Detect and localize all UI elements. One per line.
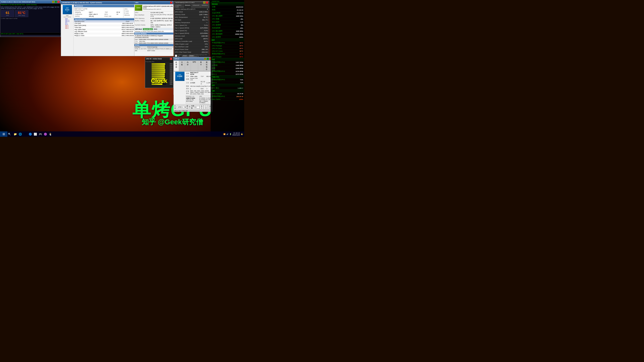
active-clock-header: Freq Ratio Bus: [145, 60, 173, 63]
cpuz2-tab-processor[interactable]: 处理器: [174, 60, 179, 71]
cpu2-name: Intel Core i7 12700: [190, 72, 200, 75]
cpuz2-tab-memory[interactable]: 内存: [185, 60, 190, 71]
taskbar-store[interactable]: ⬡: [23, 132, 28, 136]
active-clock-panel: CPU #0 - Active Clock ✕ Freq Ratio Bus 4…: [145, 57, 174, 88]
reset-button[interactable]: Reset: [182, 55, 188, 57]
date-display: 2022/1/23: [232, 134, 240, 136]
sensor-mem-ctrl-load: Memory Controller Load 94 %: [174, 40, 209, 43]
clock-bar-0: 4589: [145, 63, 173, 65]
cpuz-logo-area: intel Core i7 Intel Core i7-12700 MMX SS…: [61, 4, 74, 56]
furmark-panel: FurMark v1.25.1.0 - Burn-in test: 3840x2…: [0, 0, 61, 37]
hwinfo-time-row: 时间 21:16:13: [211, 8, 244, 11]
nvidia-card-name: NVIDIA GeForce RTX 3070 Ti (GA104-400 LH…: [143, 5, 173, 8]
active-clock-title: CPU #0 - Active Clock: [146, 58, 162, 60]
cpuz2-tab-motherboard[interactable]: 主板: [179, 60, 185, 71]
tpuz-tab-bar: Graphics Card Sensors Advanced Validatio…: [174, 4, 209, 8]
active-clock-close[interactable]: ✕: [170, 58, 172, 60]
taskbar-file-explorer[interactable]: 📁: [13, 132, 18, 136]
cpuz2-tab-bench[interactable]: 测试项目: [204, 60, 209, 71]
hwinfo-title: HWiNFO64: [212, 0, 219, 2]
cpuz2-maximize[interactable]: □: [206, 58, 209, 60]
hwinfo-pkg-temp-row: CPU Package 63°C: [211, 44, 244, 47]
hwinfo-panel: HWiNFO64 系统信息 日期 2022/1/23 时间 21:16:13 已…: [211, 0, 244, 137]
furmark-close[interactable]: ✕: [57, 1, 60, 3]
cpuz2-tab-spd[interactable]: SPD: [191, 60, 198, 71]
hwinfo-gpu2-fan-row: GPU 2 2273 RPM: [211, 73, 244, 76]
taskbar-mail[interactable]: 🔵: [28, 132, 33, 136]
clock-bar-2: 4489: [145, 67, 173, 69]
cpu2-clock: 4588.70 MHz: [186, 97, 199, 99]
cpu2-spec: 12th Gen Intel(R) Core(TM) i7-12700: [190, 85, 212, 87]
start-button[interactable]: ⊞: [0, 131, 8, 137]
sensor-board-power: Board Power Draw 288.1 W: [174, 48, 209, 51]
nvidia-panel-title: GPU: [135, 2, 138, 3]
clock-bar-6: 4489: [145, 75, 173, 77]
cpu2-clock-section: 时钟(核心 #0) 4588.70 MHz x46.0 (4~46) 99.76…: [186, 95, 212, 104]
taskbar-edge[interactable]: 🌐: [18, 132, 23, 136]
taskbar-app7[interactable]: 🟣: [43, 132, 48, 136]
sensor-memory-clock: Memory Clock 1187.7 MHz: [174, 13, 209, 16]
sensor-gpu-temp: GPU Temperature 81 °C: [174, 16, 209, 18]
nvidia-close[interactable]: ✕: [170, 1, 172, 4]
close-button[interactable]: Close: [188, 55, 194, 57]
active-clock-title-bar: CPU #0 - Active Clock ✕: [145, 57, 173, 60]
furmark-window-controls[interactable]: _ □ ✕: [52, 1, 60, 3]
cpuz2-left: intel CORE i7: [174, 72, 186, 104]
hwinfo-cpu-temp-row: 中央处理器(CPU) 63°C: [211, 41, 244, 44]
cpuz2-tab-bar: 处理器 主板 内存 SPD 显卡 测试项目 关于: [174, 60, 213, 71]
log-to-file-label: Log to file: [175, 54, 182, 57]
hwinfo-fan2-row: #2 机箱 1348 RPM: [211, 64, 244, 67]
cpu2-validate[interactable]: 验证: [200, 105, 204, 109]
cpuz2-title-bar: CPU-Z _ □ ✕: [174, 57, 213, 60]
cpuz2-tab-gpu[interactable]: 显卡: [198, 60, 204, 71]
furmark-content: CPU: NVIDIA GeForce RTX 3070 Ti - core: …: [0, 6, 61, 32]
taskbar-game[interactable]: 🎮: [38, 132, 43, 136]
sensor-gpu-clock: GPU Clock 1635.6 MHz: [174, 10, 209, 13]
tpuz-tab-sensors[interactable]: Sensors: [184, 4, 192, 8]
hwinfo-fan1-row: 中央处理器(CPU) 1297 RPM: [211, 61, 244, 64]
sensor-chip-power: GPU Chip Power Draw 203.6 W: [174, 51, 209, 53]
tpuz-minimize[interactable]: _: [203, 1, 206, 4]
cpuz2-minimize[interactable]: _: [204, 58, 206, 60]
furmark-status: GPU 5: 81°C (min: 30°C - max: 81°C): [0, 32, 61, 35]
cpu2-core-selector[interactable]: 处理器 #1: [176, 106, 187, 108]
os-info: Windows 11 Home China (x64) Build 22000.…: [134, 30, 174, 32]
hwinfo-voltage-section: 电压: [211, 84, 244, 87]
cpu-label: CPU: [124, 8, 135, 10]
hwinfo-cpu-mult-row: CPU 倍频 45x: [211, 17, 244, 21]
tpuz-tab-graphics[interactable]: Graphics Card: [174, 4, 184, 8]
sensor-fan2-rpm: Fan 2 Speed (RPM) 2274 RPM: [174, 32, 209, 35]
nvidia-header: NVIDIA NVIDIA GeForce RTX 3070 Ti (GA104…: [134, 4, 174, 11]
tpuz-tab-validation[interactable]: Validation: [200, 4, 209, 8]
hwinfo-gpu2-duty-row: GPU 2 71%: [211, 81, 244, 84]
battery-icon: 🔋: [230, 133, 232, 135]
taskbar-clock: 21:16:13 2022/1/23: [232, 132, 240, 136]
tpuz-tab-advanced[interactable]: Advanced: [192, 4, 200, 8]
notification-icon: 🔔: [241, 133, 243, 135]
hwinfo-cpu-volt-row: CPU 核心 1.184 V: [211, 87, 244, 90]
furmark-maximize[interactable]: □: [55, 1, 57, 3]
taskbar-app8[interactable]: 🐧: [48, 132, 53, 136]
cpuz2-panel: CPU-Z _ □ ✕ 处理器 主板 内存 SPD 显卡 测试项目 关于 int…: [174, 57, 213, 95]
taskbar-search[interactable]: 🔍: [8, 133, 12, 135]
sensor-bus-interface: Bus Interface Load 0 %: [174, 45, 209, 48]
hwinfo-cpu-freq-row: CPU 核心频率 4489 MHz: [211, 14, 244, 17]
clock-big-label: Clock: [151, 77, 167, 84]
drives-header: Drives: [134, 44, 174, 46]
cpu2-core-count[interactable]: [195, 106, 200, 108]
hwinfo-hotspot-row: GPU Hotspot 93°C: [211, 55, 244, 58]
furmark-minimize[interactable]: _: [52, 1, 54, 3]
intel-logo-2: intel CORE i7: [175, 72, 184, 81]
intel-logo: intel Core i7: [63, 5, 72, 14]
tpuz-close[interactable]: ✕: [206, 1, 208, 4]
hwinfo-gt-temp-row: CPU GT Cores 50°C: [211, 50, 244, 52]
log-to-file-checkbox[interactable]: [175, 55, 177, 57]
hwinfo-power-section: 功率: [211, 90, 244, 92]
cpu2-bus: 99.76 MHz: [186, 100, 199, 102]
taskbar-app5[interactable]: ⬜: [33, 132, 38, 136]
cpuz2-version: CPU-Z Ver. 1.99.0.x64: [174, 110, 188, 112]
hwinfo-runtime-row: 已运行时间 03:55:34: [211, 11, 244, 14]
cpuz2-bottom-bar: 已选 处理器 #1 核心 ♦ + 结缓数 验证 工具 确定: [174, 104, 213, 110]
cpu2-tool[interactable]: 工具: [204, 105, 208, 109]
cpu2-package: Socket 1700 LGA: [190, 78, 200, 81]
